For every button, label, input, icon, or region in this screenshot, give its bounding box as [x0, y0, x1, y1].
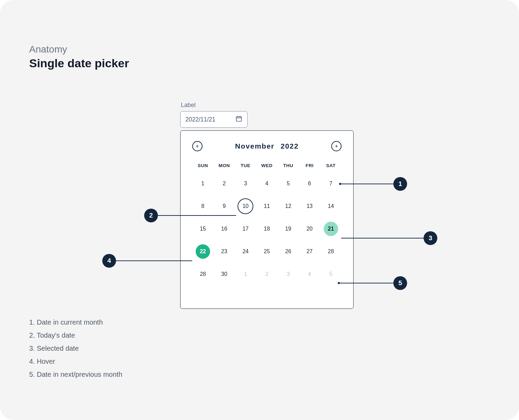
leader-line [116, 260, 192, 261]
calendar-day[interactable]: 7 [320, 176, 342, 191]
next-month-button[interactable] [331, 141, 342, 151]
calendar-day[interactable]: 17 [235, 222, 256, 236]
calendar-day[interactable]: 26 [278, 244, 299, 259]
calendar-day[interactable]: 6 [299, 176, 320, 191]
calendar-day[interactable]: 2 [214, 176, 235, 191]
month-year-label: November 2022 [235, 142, 299, 150]
field-label: Label [181, 102, 196, 109]
prev-month-button[interactable] [192, 141, 203, 151]
doc-panel: Anatomy Single date picker Label 2022/11… [0, 0, 519, 420]
calendar-day[interactable]: 18 [256, 222, 277, 236]
calendar-day[interactable]: 1 [235, 267, 256, 281]
calendar-day[interactable]: 10 [235, 199, 256, 213]
calendar-day[interactable]: 19 [278, 222, 299, 236]
leader-line [340, 184, 393, 184]
calendar-day[interactable]: 21 [320, 222, 342, 236]
day-of-week-header: WED [256, 163, 277, 168]
legend-item: 5. Date in next/previous month [29, 368, 122, 381]
svg-rect-0 [237, 117, 242, 121]
calendar-day[interactable]: 5 [278, 176, 299, 191]
calendar-popover: November 2022 SUNMONTUEWEDTHUFRISAT12345… [180, 130, 354, 309]
calendar-day[interactable]: 3 [278, 267, 299, 281]
legend-list: 1. Date in current month 2. Today's date… [29, 316, 122, 381]
day-of-week-header: FRI [299, 163, 320, 168]
annotation-marker-3: 3 [424, 231, 437, 245]
date-input[interactable]: 2022/11/21 [180, 111, 247, 128]
annotation-marker-1: 1 [393, 177, 407, 191]
calendar-day[interactable]: 13 [299, 199, 320, 213]
leader-line [339, 283, 393, 283]
calendar-day[interactable]: 30 [214, 267, 235, 281]
legend-item: 2. Today's date [29, 329, 122, 342]
calendar-day[interactable]: 28 [320, 244, 342, 259]
legend-item: 3. Selected date [29, 342, 122, 355]
eyebrow: Anatomy [29, 44, 67, 55]
calendar-day[interactable]: 20 [299, 222, 320, 236]
day-of-week-header: SAT [320, 163, 342, 168]
calendar-day[interactable]: 3 [235, 176, 256, 191]
day-of-week-header: THU [278, 163, 299, 168]
legend-item: 1. Date in current month [29, 316, 122, 329]
calendar-day[interactable]: 25 [256, 244, 277, 259]
calendar-day[interactable]: 2 [256, 267, 277, 281]
calendar-day[interactable]: 24 [235, 244, 256, 259]
calendar-day[interactable]: 11 [256, 199, 277, 213]
calendar-day[interactable]: 15 [192, 222, 214, 236]
date-input-value: 2022/11/21 [185, 116, 216, 123]
year-label: 2022 [280, 142, 299, 150]
calendar-day[interactable]: 16 [214, 222, 235, 236]
legend-item: 4. Hover [29, 355, 122, 368]
calendar-day[interactable]: 22 [192, 244, 214, 259]
calendar-day[interactable]: 4 [256, 176, 277, 191]
calendar-day[interactable]: 4 [299, 267, 320, 281]
annotation-marker-2: 2 [144, 209, 158, 222]
calendar-grid: SUNMONTUEWEDTHUFRISAT1234567891011121314… [192, 163, 342, 281]
annotation-marker-5: 5 [393, 276, 407, 290]
annotation-marker-4: 4 [102, 254, 116, 268]
calendar-day[interactable]: 28 [192, 267, 214, 281]
page-title: Single date picker [29, 57, 129, 70]
month-label: November [235, 142, 275, 150]
day-of-week-header: SUN [192, 163, 214, 168]
calendar-day[interactable]: 27 [299, 244, 320, 259]
day-of-week-header: TUE [235, 163, 256, 168]
calendar-day[interactable]: 1 [192, 176, 214, 191]
calendar-day[interactable]: 23 [214, 244, 235, 259]
leader-line [158, 215, 236, 216]
day-of-week-header: MON [214, 163, 235, 168]
leader-line [341, 238, 424, 238]
calendar-day[interactable]: 5 [320, 267, 342, 281]
calendar-icon[interactable] [235, 115, 242, 124]
calendar-day[interactable]: 12 [278, 199, 299, 213]
calendar-day[interactable]: 8 [192, 199, 214, 213]
calendar-day[interactable]: 9 [214, 199, 235, 213]
calendar-day[interactable]: 14 [320, 199, 342, 213]
